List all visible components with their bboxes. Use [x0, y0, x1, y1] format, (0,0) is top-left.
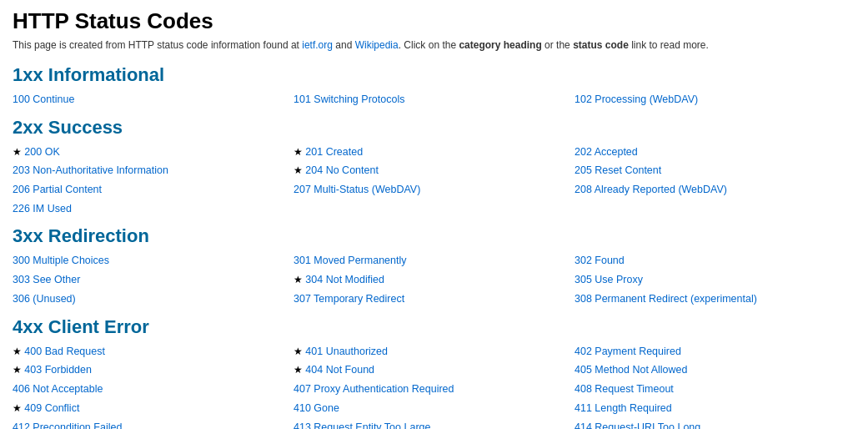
code-item: 306 (Unused): [13, 290, 294, 308]
code-item: 206 Partial Content: [13, 181, 294, 199]
star-icon: ★: [294, 346, 305, 357]
status-code-link[interactable]: 102 Processing (WebDAV): [574, 93, 698, 105]
status-code-link[interactable]: 226 IM Used: [13, 203, 72, 214]
section-heading-3xx[interactable]: 3xx Redirection: [13, 225, 855, 247]
status-code-link[interactable]: 100 Continue: [13, 93, 74, 105]
star-icon: ★: [13, 146, 24, 158]
code-item: ★ 409 Conflict: [13, 400, 294, 417]
code-item: 301 Moved Permanently: [294, 252, 574, 270]
codes-grid-1xx: 100 Continue101 Switching Protocols102 P…: [13, 91, 855, 109]
code-item: ★ 304 Not Modified: [294, 271, 574, 289]
code-item: ★ 200 OK: [13, 144, 294, 161]
codes-grid-3xx: 300 Multiple Choices301 Moved Permanentl…: [13, 252, 855, 307]
code-item: ★ 401 Unauthorized: [294, 343, 574, 361]
status-code-link[interactable]: 205 Reset Content: [574, 164, 661, 176]
status-code-link[interactable]: 412 Precondition Failed: [13, 421, 122, 429]
status-code-link[interactable]: 413 Request Entity Too Large: [294, 421, 430, 429]
section-heading-4xx[interactable]: 4xx Client Error: [13, 316, 855, 338]
section-heading-1xx[interactable]: 1xx Informational: [13, 64, 855, 86]
code-item: 100 Continue: [13, 91, 294, 109]
status-code-link[interactable]: 400 Bad Request: [24, 346, 105, 357]
status-code-link[interactable]: 206 Partial Content: [13, 184, 102, 195]
status-code-link[interactable]: 101 Switching Protocols: [294, 93, 404, 105]
code-item: 207 Multi-Status (WebDAV): [294, 181, 574, 199]
section-heading-2xx[interactable]: 2xx Success: [13, 117, 855, 139]
status-code-link[interactable]: 301 Moved Permanently: [294, 255, 407, 266]
status-code-link[interactable]: 306 (Unused): [13, 293, 76, 305]
code-item: 300 Multiple Choices: [13, 252, 294, 270]
status-code-link[interactable]: 302 Found: [574, 255, 625, 266]
code-item: [294, 200, 574, 218]
codes-grid-2xx: ★ 200 OK★ 201 Created202 Accepted203 Non…: [13, 144, 855, 218]
status-code-link[interactable]: 208 Already Reported (WebDAV): [574, 184, 727, 195]
section-3xx: 3xx Redirection300 Multiple Choices301 M…: [13, 225, 855, 307]
status-code-link[interactable]: 200 OK: [24, 146, 59, 158]
wikipedia-link[interactable]: Wikipedia: [355, 39, 399, 51]
code-item: 412 Precondition Failed: [13, 419, 294, 429]
status-code-link[interactable]: 300 Multiple Choices: [13, 255, 109, 266]
status-code-link[interactable]: 204 No Content: [305, 164, 379, 176]
code-item: 307 Temporary Redirect: [294, 290, 574, 308]
code-item: ★ 201 Created: [294, 144, 574, 161]
status-code-link[interactable]: 202 Accepted: [574, 146, 638, 158]
status-code-link[interactable]: 201 Created: [305, 146, 363, 158]
code-item: 408 Request Timeout: [574, 381, 855, 398]
status-code-link[interactable]: 203 Non-Authoritative Information: [13, 164, 168, 176]
code-item: 414 Request-URI Too Long: [574, 419, 855, 429]
status-code-link[interactable]: 410 Gone: [294, 402, 339, 414]
code-item: 308 Permanent Redirect (experimental): [574, 290, 855, 308]
code-item: 226 IM Used: [13, 200, 294, 218]
code-item: 406 Not Acceptable: [13, 381, 294, 398]
code-item: 101 Switching Protocols: [294, 91, 574, 109]
star-icon: ★: [294, 274, 305, 285]
status-code-link[interactable]: 408 Request Timeout: [574, 383, 674, 395]
status-code-link[interactable]: 307 Temporary Redirect: [294, 293, 404, 305]
section-4xx: 4xx Client Error★ 400 Bad Request★ 401 U…: [13, 316, 855, 429]
status-code-link[interactable]: 303 See Other: [13, 274, 80, 285]
code-item: ★ 403 Forbidden: [13, 361, 294, 379]
code-item: 410 Gone: [294, 400, 574, 417]
code-item: 302 Found: [574, 252, 855, 270]
status-code-link[interactable]: 407 Proxy Authentication Required: [294, 383, 454, 395]
status-code-link[interactable]: 207 Multi-Status (WebDAV): [294, 184, 420, 195]
code-item: ★ 400 Bad Request: [13, 343, 294, 361]
status-code-link[interactable]: 411 Length Required: [574, 402, 672, 414]
code-item: 303 See Other: [13, 271, 294, 289]
code-item: 413 Request Entity Too Large: [294, 419, 574, 429]
status-code-link[interactable]: 409 Conflict: [24, 402, 79, 414]
star-icon: ★: [294, 164, 305, 176]
code-item: 407 Proxy Authentication Required: [294, 381, 574, 398]
code-item: 202 Accepted: [574, 144, 855, 161]
code-item: 305 Use Proxy: [574, 271, 855, 289]
status-code-link[interactable]: 414 Request-URI Too Long: [574, 421, 700, 429]
code-item: ★ 404 Not Found: [294, 361, 574, 379]
codes-grid-4xx: ★ 400 Bad Request★ 401 Unauthorized402 P…: [13, 343, 855, 429]
status-code-link[interactable]: 405 Method Not Allowed: [574, 364, 688, 376]
status-code-link[interactable]: 308 Permanent Redirect (experimental): [574, 293, 757, 305]
status-code-link[interactable]: 403 Forbidden: [24, 364, 92, 376]
code-item: 102 Processing (WebDAV): [574, 91, 855, 109]
code-item: 405 Method Not Allowed: [574, 361, 855, 379]
status-code-link[interactable]: 402 Payment Required: [574, 346, 681, 357]
code-item: [574, 200, 855, 218]
page-title: HTTP Status Codes: [13, 8, 855, 34]
code-item: 205 Reset Content: [574, 162, 855, 179]
status-code-link[interactable]: 406 Not Acceptable: [13, 383, 103, 395]
status-code-link[interactable]: 305 Use Proxy: [574, 274, 643, 285]
star-icon: ★: [13, 364, 24, 376]
status-code-link[interactable]: 401 Unauthorized: [305, 346, 388, 357]
star-icon: ★: [294, 146, 305, 158]
code-item: 203 Non-Authoritative Information: [13, 162, 294, 179]
code-item: 208 Already Reported (WebDAV): [574, 181, 855, 199]
section-2xx: 2xx Success★ 200 OK★ 201 Created202 Acce…: [13, 117, 855, 218]
code-item: 411 Length Required: [574, 400, 855, 417]
code-item: ★ 204 No Content: [294, 162, 574, 179]
section-1xx: 1xx Informational100 Continue101 Switchi…: [13, 64, 855, 109]
star-icon: ★: [13, 402, 24, 414]
status-code-link[interactable]: 404 Not Found: [305, 364, 374, 376]
code-item: 402 Payment Required: [574, 343, 855, 361]
ietf-link[interactable]: ietf.org: [302, 39, 333, 51]
status-code-link[interactable]: 304 Not Modified: [305, 274, 384, 285]
star-icon: ★: [13, 346, 24, 357]
page-subtitle: This page is created from HTTP status co…: [13, 38, 855, 53]
